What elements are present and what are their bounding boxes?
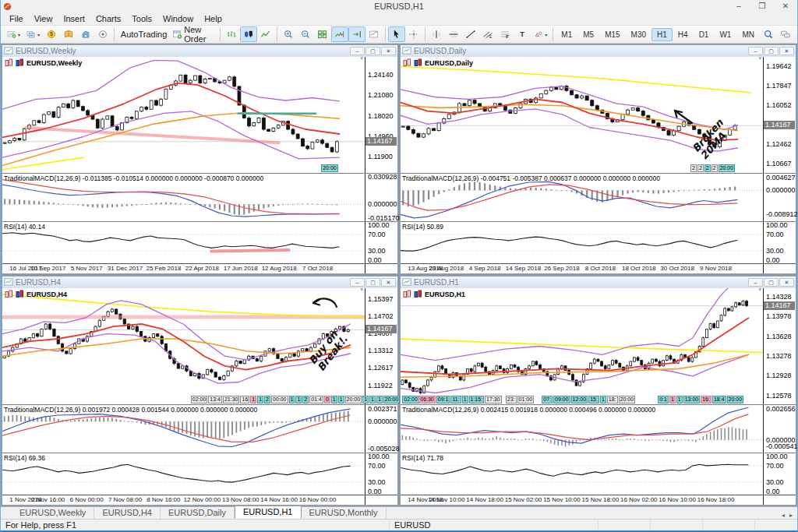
app-restore-button[interactable]: ❐ (750, 0, 774, 12)
h4-minimize-button[interactable]: – (350, 278, 365, 287)
daily-price-chart[interactable] (401, 57, 763, 173)
timeframe-h1[interactable]: H1 (651, 28, 673, 41)
timeframe-mn[interactable]: MN (736, 28, 760, 41)
vertical-line-button[interactable] (428, 26, 445, 42)
arrows-button[interactable]: ▾ (531, 26, 550, 42)
menu-view[interactable]: View (29, 14, 58, 23)
h4-restore-button[interactable]: ▢ (365, 278, 380, 287)
weekly-rsi-chart[interactable] (2, 222, 365, 263)
h1-close-button[interactable]: ✕ (779, 278, 794, 287)
terminal-button[interactable] (94, 26, 111, 42)
equidistant-channel-icon: E (482, 28, 493, 41)
time-chip: 1 (338, 396, 344, 403)
weekly-price-chart[interactable] (2, 57, 365, 173)
daily-rsi-pane[interactable]: RSI(14) 50.89 (401, 222, 763, 263)
profiles-button[interactable]: ▾ (23, 26, 43, 42)
daily-restore-button[interactable]: ▢ (764, 47, 779, 55)
price-tick: 1.21080 (368, 91, 394, 99)
menu-charts[interactable]: Charts (90, 14, 126, 23)
auto-scroll-button[interactable] (331, 26, 348, 42)
chart-window-titlebar-daily[interactable]: EURUSD,Daily–▢✕ (401, 45, 796, 57)
weekly-minimize-button[interactable]: – (350, 47, 365, 55)
menu-help[interactable]: Help (199, 14, 228, 23)
menu-file[interactable]: File (4, 14, 29, 23)
h1-macd-pane[interactable]: TraditionalMACD(12,26,9) 0.002415 0.0019… (401, 405, 763, 453)
indicators-button[interactable] (365, 26, 383, 42)
tab-eurusd-h1[interactable]: EURUSD,H1 (235, 506, 302, 519)
line-chart-button[interactable] (257, 26, 274, 42)
tile-windows-button[interactable] (314, 26, 331, 42)
h4-price-pane[interactable]: EURUSD,H4▾02:0013:421:301611200:0011201:… (2, 288, 365, 404)
symbol-search-button[interactable] (760, 26, 777, 42)
zoom-out-button[interactable] (297, 26, 314, 42)
time-strip: 02:00 (402, 396, 419, 403)
chart-shift-button[interactable] (348, 26, 365, 42)
crosshair-button[interactable] (405, 26, 422, 42)
menu-tools[interactable]: Tools (126, 14, 157, 23)
timeframe-m5[interactable]: M5 (577, 28, 599, 41)
tab-scroll-right[interactable]: ▸ (789, 512, 793, 519)
h1-minimize-button[interactable]: – (748, 278, 763, 287)
timeframe-m15[interactable]: M15 (599, 28, 625, 41)
daily-macd-pane[interactable]: TraditionalMACD(12,26,9) -0.004751 -0.00… (401, 174, 763, 221)
h1-rsi-chart[interactable] (401, 453, 763, 495)
candlestick-chart-button[interactable] (240, 26, 257, 42)
weekly-macd-pane[interactable]: TraditionalMACD(12,26,9) -0.011385 -0.01… (2, 174, 365, 221)
weekly-rsi-pane[interactable]: RSI(14) 40.14 (2, 222, 365, 263)
app-minimize-button[interactable]: – (727, 0, 750, 12)
data-window-button[interactable] (60, 26, 77, 42)
h1-chart-symbol: EURUSD,H1 (425, 291, 465, 298)
daily-minimize-button[interactable]: – (748, 47, 763, 55)
autotrading-button[interactable]: AutoTrading (117, 26, 169, 42)
tab-eurusd-daily[interactable]: EURUSD,Daily (161, 507, 235, 519)
h1-rsi-pane[interactable]: RSI(14) 71.78 (401, 453, 763, 495)
h1-rsi-axis: 100.0070.0030.000.00 (763, 453, 796, 495)
daily-close-button[interactable]: ✕ (779, 47, 794, 55)
new-chart-button[interactable]: ▾ (4, 26, 23, 42)
timeframe-h4[interactable]: H4 (673, 28, 694, 41)
weekly-close-button[interactable]: ✕ (381, 47, 396, 55)
timeframe-m30[interactable]: M30 (626, 28, 651, 41)
macd-tick: 0.004627 (766, 174, 796, 181)
time-chip: 20:00 (619, 396, 636, 403)
menu-window[interactable]: Window (157, 14, 199, 23)
fibonacci-button[interactable]: F (496, 26, 514, 42)
trendline-button[interactable] (462, 26, 479, 42)
menu-insert[interactable]: Insert (58, 14, 90, 23)
chart-window-titlebar-h4[interactable]: EURUSD,H4–▢✕ (2, 277, 397, 288)
text-label-button[interactable]: T (514, 26, 531, 42)
cursor-button[interactable] (388, 26, 405, 42)
timeframe-w1[interactable]: W1 (714, 28, 736, 41)
h4-rsi-chart[interactable] (2, 453, 365, 495)
tab-eurusd-weekly[interactable]: EURUSD,Weekly (12, 507, 94, 519)
h4-close-button[interactable]: ✕ (381, 278, 396, 287)
market-watch-button[interactable]: $ (43, 26, 60, 42)
time-chip: 1 (257, 396, 263, 403)
weekly-price-pane[interactable]: EURUSD,Weekly▾20:00 (2, 57, 365, 173)
chart-window-titlebar-weekly[interactable]: EURUSD,Weekly–▢✕ (2, 45, 397, 57)
h1-restore-button[interactable]: ▢ (764, 278, 779, 287)
tab-eurusd-h4[interactable]: EURUSD,H4 (94, 507, 161, 519)
h1-price-chart[interactable] (401, 288, 763, 404)
daily-price-pane[interactable]: EURUSD,Daily▾222220:00Broken20MA (401, 57, 763, 173)
horizontal-line-button[interactable] (445, 26, 462, 42)
tab-eurusd-monthly[interactable]: EURUSD,Monthly (302, 507, 387, 519)
equidistant-channel-button[interactable]: E (479, 26, 496, 42)
chart-window-h4: EURUSD,H4–▢✕EURUSD,H4▾02:0013:421:301611… (2, 276, 398, 506)
app-close-button[interactable]: ✕ (774, 0, 797, 12)
h1-price-pane[interactable]: EURUSD,H1▾02:0006:3009:111:11:15:17:3023… (401, 288, 763, 404)
daily-rsi-chart[interactable] (401, 222, 763, 263)
chat-button[interactable] (777, 26, 794, 42)
h4-rsi-pane[interactable]: RSI(14) 69.36 (2, 453, 365, 495)
chart-window-titlebar-h1[interactable]: EURUSD,H1–▢✕ (401, 277, 796, 288)
zoom-in-button[interactable] (280, 26, 297, 42)
tab-scroll-left[interactable]: ◂ (782, 512, 785, 519)
h4-price-chart[interactable] (2, 288, 365, 404)
h4-macd-pane[interactable]: TraditionalMACD(12,26,9) 0.001972 0.0004… (2, 405, 365, 453)
navigator-button[interactable] (77, 26, 94, 42)
timeframe-m1[interactable]: M1 (556, 28, 577, 41)
new-order-button[interactable]: New Order (169, 26, 217, 42)
timeframe-d1[interactable]: D1 (694, 28, 715, 41)
bar-chart-button[interactable] (223, 26, 240, 42)
weekly-restore-button[interactable]: ▢ (365, 47, 380, 55)
